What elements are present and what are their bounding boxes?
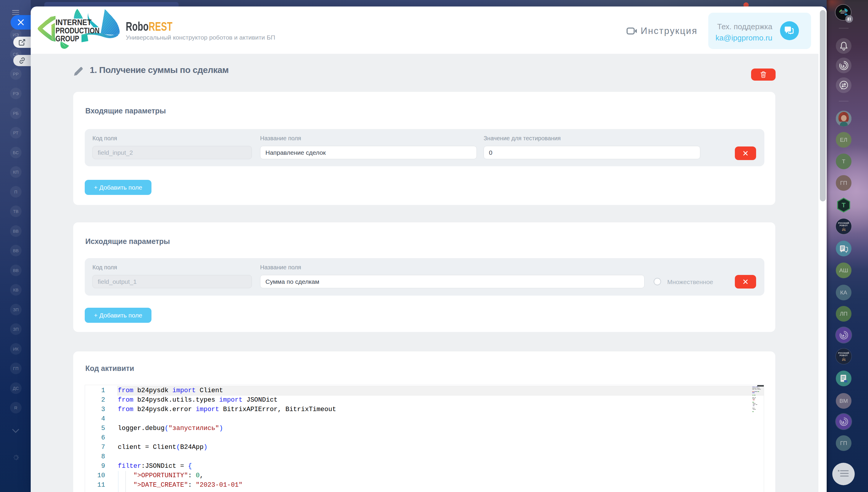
svg-text:GROUP: GROUP bbox=[55, 34, 79, 43]
svg-text:INTERNET: INTERNET bbox=[55, 18, 92, 27]
svg-text:T: T bbox=[842, 201, 846, 209]
